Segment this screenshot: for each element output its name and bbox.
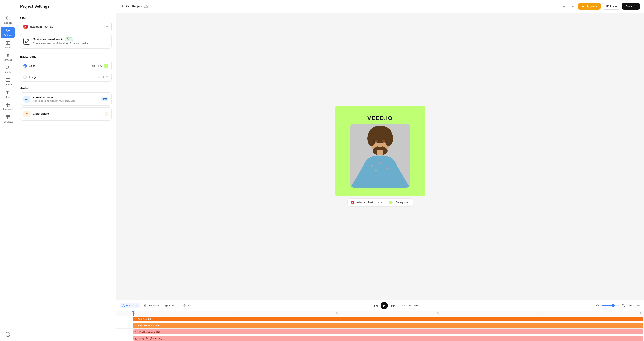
svg-point-5 (7, 30, 8, 31)
magic-cut-button[interactable]: Magic Cut (120, 303, 140, 308)
canvas-bg-color[interactable] (389, 200, 392, 204)
translate-voice-content: Translate voice Add voice translations i… (33, 96, 98, 102)
svg-point-9 (8, 55, 8, 56)
clean-audio-card[interactable]: Clean Audio (20, 108, 112, 121)
voiceover-icon (144, 304, 146, 307)
undo-button[interactable]: ← (560, 3, 567, 10)
bg-image-option[interactable]: Image Upload (20, 73, 112, 82)
hamburger-button[interactable] (4, 2, 12, 12)
zoom-slider[interactable] (602, 304, 619, 307)
timeline-right-controls: Fit (595, 303, 640, 308)
resize-card-content: Resize for social media New Create new v… (33, 37, 108, 46)
radio-color (24, 64, 27, 68)
audio-section-label: Audio (20, 87, 112, 90)
color-swatch[interactable] (104, 64, 108, 68)
track-image-1[interactable]: Image VEED.IO.png (133, 330, 643, 334)
size-dropdown[interactable]: ■ Instagram Post (1:1) (20, 22, 112, 31)
fast-forward-button[interactable]: ▶▶ (390, 303, 396, 308)
svg-rect-18 (6, 105, 8, 107)
ruler-mark-5s: 5s (640, 312, 642, 314)
person-image (350, 124, 410, 188)
done-button[interactable]: Done (622, 3, 640, 10)
track-text-2[interactable]: T Your headline is here! (133, 323, 643, 328)
canvas-frame[interactable]: VEED.IO (336, 106, 425, 196)
sidebar-item-media-label: Media (5, 46, 11, 49)
svg-text:T: T (6, 91, 8, 94)
sidebar-item-text[interactable]: T Text (1, 88, 15, 100)
timeline-toolbar: Magic Cut Voiceover Record (116, 300, 644, 311)
timeline-area: Magic Cut Voiceover Record (116, 300, 644, 341)
top-header: Untitled Project ← → Upgrade (116, 0, 644, 13)
translate-voice-title: Translate voice (33, 96, 98, 99)
sidebar-item-subtitles[interactable]: Subtitles (1, 76, 15, 88)
sidebar-item-audio-label: Audio (5, 71, 11, 74)
bg-color-option[interactable]: Color #BFFF73 (20, 61, 112, 71)
svg-point-44 (375, 170, 376, 171)
icon-sidebar: Search Settings Media Record Audio (0, 0, 16, 341)
size-value: Instagram Post (1:1) (30, 25, 54, 28)
svg-line-54 (598, 306, 599, 307)
settings-panel-title: Project Settings (20, 4, 112, 9)
sidebar-item-settings[interactable]: Settings (1, 27, 15, 38)
table-row: T Your headline is here! (116, 322, 644, 329)
translate-voice-card[interactable]: A A Translate voice Add voice translatio… (20, 92, 112, 106)
zoom-out-icon (596, 304, 600, 307)
svg-rect-10 (7, 66, 8, 68)
track-image-2[interactable]: Image 1x1_Frame.png (133, 336, 643, 340)
svg-rect-17 (8, 103, 10, 105)
zoom-slider-wrapper (602, 304, 619, 307)
svg-point-43 (386, 167, 388, 170)
sidebar-item-record[interactable]: Record (1, 51, 15, 63)
play-button[interactable]: ▶ (380, 302, 388, 309)
sidebar-item-subtitles-label: Subtitles (4, 83, 12, 86)
translate-voice-icon: A A (24, 96, 30, 102)
upload-label[interactable]: Upload (96, 76, 104, 79)
track-text-icon-1: T (135, 318, 136, 320)
badge-new: New (65, 37, 73, 41)
sidebar-item-help[interactable]: ? (1, 330, 15, 338)
sidebar-item-templates[interactable]: Templates (1, 113, 15, 125)
sidebar-item-elements[interactable]: Elements (1, 101, 15, 112)
fit-button[interactable]: Fit (628, 303, 634, 308)
image-track-icon-1 (135, 330, 138, 333)
sidebar-item-search[interactable]: Search (1, 14, 15, 26)
invite-button[interactable]: Invite (603, 3, 620, 10)
voiceover-button[interactable]: Voiceover (141, 303, 162, 308)
sidebar-item-media[interactable]: Media (1, 39, 15, 50)
timeline-record-button[interactable]: Record (162, 303, 180, 308)
bg-color-label: Color (29, 64, 36, 67)
track-text-1[interactable]: T Add Your Title (133, 317, 643, 322)
clean-audio-icon (24, 110, 30, 118)
svg-rect-2 (6, 8, 10, 8)
playhead-head (132, 311, 135, 313)
svg-rect-50 (183, 305, 184, 306)
canvas-person[interactable] (350, 124, 410, 188)
playhead[interactable] (133, 311, 134, 316)
svg-marker-7 (8, 42, 9, 44)
zoom-in-button[interactable] (621, 303, 626, 308)
sidebar-item-elements-label: Elements (3, 108, 13, 110)
canvas-wrapper: VEED.IO (336, 106, 425, 196)
svg-point-33 (384, 131, 393, 146)
redo-button[interactable]: → (569, 3, 576, 10)
svg-rect-20 (6, 115, 10, 116)
timeline-settings-button[interactable] (636, 303, 640, 308)
resize-icon (24, 38, 30, 44)
project-title[interactable]: Untitled Project (120, 4, 142, 8)
sidebar-item-audio[interactable]: Audio (1, 64, 15, 75)
canvas-size-selector[interactable]: ■ Instagram Post (1:1) (351, 201, 383, 204)
svg-point-63 (136, 338, 136, 338)
resize-card[interactable]: Resize for social media New Create new v… (20, 34, 112, 48)
rewind-button[interactable]: ◀◀ (372, 303, 378, 308)
main-content: Untitled Project ← → Upgrade (116, 0, 644, 341)
svg-point-61 (136, 331, 136, 332)
cloud-save-icon[interactable] (144, 4, 148, 8)
timeline-ruler: 0s 1s 2s 3s 4s 5s (116, 311, 644, 316)
split-button[interactable]: Split (180, 303, 194, 308)
canvas-bg-label[interactable]: Background (396, 201, 409, 204)
resize-card-title: Resize for social media New (33, 37, 108, 41)
canvas-instagram-icon: ■ (351, 201, 354, 204)
zoom-out-button[interactable] (595, 303, 600, 308)
timeline-record-icon (165, 304, 168, 307)
upgrade-button[interactable]: Upgrade (578, 3, 600, 10)
